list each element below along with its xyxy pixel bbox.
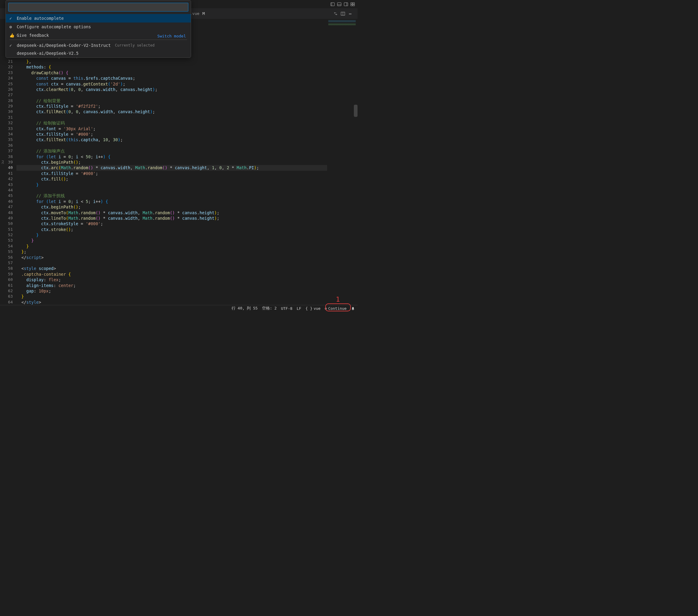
minimap-content [328,20,356,63]
palette-item-label: Give feedback [17,33,49,38]
svg-rect-4 [344,2,348,6]
split-editor-icon[interactable] [340,11,345,16]
command-palette: ✓ Enable autocomplete ⚙ Configure autoco… [5,0,191,58]
status-notifications-icon[interactable] [351,306,355,311]
svg-rect-8 [351,4,352,5]
braces-icon: { } [306,306,312,311]
modified-indicator: M [203,11,205,16]
compare-icon[interactable] [333,11,338,16]
palette-item-model-1[interactable]: ✓ deepseek-ai/DeepSeek-Coder-V2-Instruct… [6,41,191,50]
palette-item-label: deepseek-ai/DeepSeek-V2.5 [17,51,79,56]
scrollbar-thumb[interactable] [354,105,358,117]
palette-item-label: Configure autocomplete options [17,24,91,29]
svg-rect-6 [351,2,352,4]
palette-item-label: deepseek-ai/DeepSeek-Coder-V2-Instruct [17,43,111,48]
layout-customize-icon[interactable] [350,2,355,7]
svg-rect-9 [353,4,354,5]
svg-rect-7 [353,2,354,4]
status-spaces[interactable]: 空格: 2 [262,306,277,311]
check-icon: ✓ [10,43,14,48]
activity-bar-fragment: rc [0,19,5,305]
status-cursor[interactable]: 行 40, 列 55 [232,306,258,311]
check-icon: ✓ [10,16,14,21]
layout-panel-right-icon[interactable] [344,2,348,7]
palette-item-label: Enable autocomplete [17,16,64,21]
palette-item-model-2[interactable]: deepseek-ai/DeepSeek-V2.5 [6,50,191,57]
currently-selected-badge: Currently selected [115,43,155,47]
line-gutter: 1920212223242526272829303132333435363738… [5,19,16,305]
minimap[interactable] [327,19,358,305]
more-actions-icon[interactable]: ⋯ [348,11,353,16]
status-lang[interactable]: { } vue [306,306,320,311]
palette-search-input[interactable] [8,3,189,12]
separator [10,40,187,40]
palette-item-enable-autocomplete[interactable]: ✓ Enable autocomplete [6,14,191,23]
status-continue[interactable]: ⊘ Continue [325,306,347,311]
status-eol[interactable]: LF [297,306,301,311]
svg-rect-2 [337,2,341,6]
code-editor[interactable]: mounted() { this.drawCaptcha(); }, metho… [16,19,327,305]
layout-panel-bottom-icon[interactable] [337,2,342,7]
svg-rect-0 [331,2,334,6]
thumbs-up-icon: 👍 [10,33,14,38]
cancel-circle-icon: ⊘ [325,306,327,311]
layout-panel-left-icon[interactable] [330,2,335,7]
status-encoding[interactable]: UTF-8 [281,306,292,311]
status-bar: 行 40, 列 55 空格: 2 UTF-8 LF { } vue ⊘ Cont… [0,305,358,312]
palette-item-configure[interactable]: ⚙ Configure autocomplete options [6,23,191,31]
switch-model-link[interactable]: Switch model [157,34,186,38]
gear-icon: ⚙ [10,24,14,29]
